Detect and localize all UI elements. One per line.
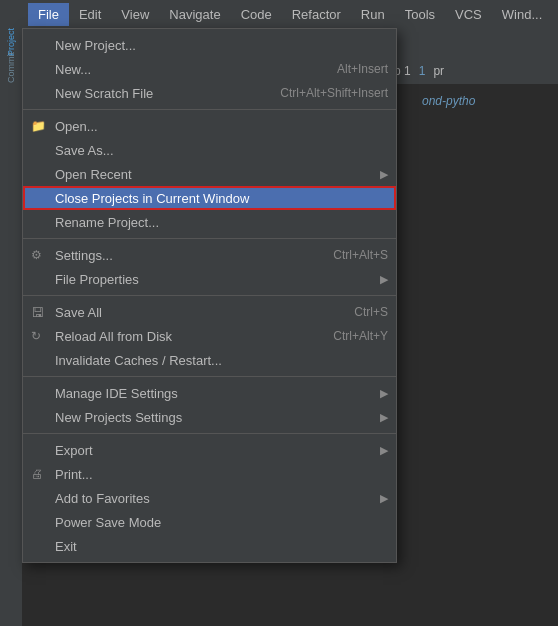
- separator-2: [23, 238, 396, 239]
- reload-icon: ↻: [31, 329, 41, 343]
- open-recent-arrow-icon: ▶: [380, 168, 388, 181]
- menu-item-rename-project[interactable]: Rename Project...: [23, 210, 396, 234]
- menu-item-settings[interactable]: ⚙ Settings... Ctrl+Alt+S: [23, 243, 396, 267]
- code-prefix: pr: [433, 64, 444, 78]
- menu-view[interactable]: View: [111, 3, 159, 26]
- menu-tools[interactable]: Tools: [395, 3, 445, 26]
- save-icon: 🖫: [31, 305, 44, 320]
- menu-item-power-save[interactable]: Power Save Mode: [23, 510, 396, 534]
- export-arrow-icon: ▶: [380, 444, 388, 457]
- menu-refactor[interactable]: Refactor: [282, 3, 351, 26]
- separator-3: [23, 295, 396, 296]
- menu-vcs[interactable]: VCS: [445, 3, 492, 26]
- menu-item-exit[interactable]: Exit: [23, 534, 396, 558]
- panel-commit-icon[interactable]: Commit: [1, 58, 21, 78]
- menu-file[interactable]: File: [28, 3, 69, 26]
- menu-item-print[interactable]: 🖨 Print...: [23, 462, 396, 486]
- menu-item-save-all[interactable]: 🖫 Save All Ctrl+S: [23, 300, 396, 324]
- menu-item-open-recent[interactable]: Open Recent ▶: [23, 162, 396, 186]
- menu-item-new-project[interactable]: New Project...: [23, 33, 396, 57]
- menu-item-open[interactable]: 📁 Open...: [23, 114, 396, 138]
- menu-bar: File Edit View Navigate Code Refactor Ru…: [0, 0, 558, 28]
- menu-item-new-projects-settings[interactable]: New Projects Settings ▶: [23, 405, 396, 429]
- separator-4: [23, 376, 396, 377]
- folder-icon: 📁: [31, 119, 46, 133]
- line-number: 1: [419, 64, 426, 78]
- wrench-icon: ⚙: [31, 248, 42, 262]
- menu-item-save-as[interactable]: Save As...: [23, 138, 396, 162]
- file-dropdown-menu: New Project... New... Alt+Insert New Scr…: [22, 28, 397, 563]
- manage-ide-arrow-icon: ▶: [380, 387, 388, 400]
- menu-item-export[interactable]: Export ▶: [23, 438, 396, 462]
- menu-item-new[interactable]: New... Alt+Insert: [23, 57, 396, 81]
- menu-item-file-properties[interactable]: File Properties ▶: [23, 267, 396, 291]
- left-panel: Project Commit: [0, 28, 22, 626]
- menu-item-close-projects[interactable]: Close Projects in Current Window: [23, 186, 396, 210]
- menu-window[interactable]: Wind...: [492, 3, 552, 26]
- new-projects-arrow-icon: ▶: [380, 411, 388, 424]
- file-properties-arrow-icon: ▶: [380, 273, 388, 286]
- menu-run[interactable]: Run: [351, 3, 395, 26]
- panel-project-icon[interactable]: Project: [1, 32, 21, 52]
- menu-code[interactable]: Code: [231, 3, 282, 26]
- menu-item-invalidate[interactable]: Invalidate Caches / Restart...: [23, 348, 396, 372]
- menu-edit[interactable]: Edit: [69, 3, 111, 26]
- menu-item-add-favorites[interactable]: Add to Favorites ▶: [23, 486, 396, 510]
- menu-item-new-scratch[interactable]: New Scratch File Ctrl+Alt+Shift+Insert: [23, 81, 396, 105]
- menu-item-manage-ide[interactable]: Manage IDE Settings ▶: [23, 381, 396, 405]
- second-project-label: ond-pytho: [422, 94, 475, 108]
- menu-item-reload[interactable]: ↻ Reload All from Disk Ctrl+Alt+Y: [23, 324, 396, 348]
- separator-1: [23, 109, 396, 110]
- menu-navigate[interactable]: Navigate: [159, 3, 230, 26]
- print-icon: 🖨: [31, 467, 43, 481]
- favorites-arrow-icon: ▶: [380, 492, 388, 505]
- separator-5: [23, 433, 396, 434]
